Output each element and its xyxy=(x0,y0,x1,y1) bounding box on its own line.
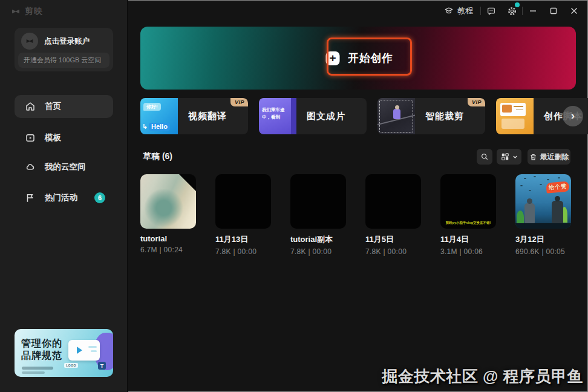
draft-title: 11月13日 xyxy=(215,234,273,245)
plant-decor xyxy=(517,211,524,224)
arrow-glyph: ↳ xyxy=(142,123,148,131)
chevron-right-icon: › xyxy=(571,109,575,122)
draft-thumbnail[interactable]: 剪映py小助手vlog交换这不错! xyxy=(440,174,496,229)
tutorial-label: 教程 xyxy=(457,5,473,16)
titlebar-controls: 教程 xyxy=(437,0,584,22)
sidebar-item-label: 首页 xyxy=(45,101,61,112)
draft-title: tutorial副本 xyxy=(290,234,348,245)
sidebar-item-hot-events[interactable]: 热门活动 6 xyxy=(15,186,113,209)
draft-thumbnail[interactable] xyxy=(215,174,271,229)
tutorial-button[interactable]: 教程 xyxy=(437,5,480,16)
events-count-badge: 6 xyxy=(94,192,105,203)
sidebar: 剪映 点击登录账户 开通会员得 100GB 云空间 首页 模板 xyxy=(0,0,128,392)
banner-title: 管理你的 品牌规范 xyxy=(21,338,62,362)
draft-title: 3月12日 xyxy=(515,234,573,245)
draft-item[interactable]: 给个赞 3月12日 690.6K | 00:05 xyxy=(515,174,573,256)
sidebar-item-cloud-space[interactable]: 我的云空间 xyxy=(15,155,113,178)
draft-thumbnail[interactable] xyxy=(365,174,421,229)
speech-bubble: 你好! xyxy=(143,103,161,111)
drafts-header: 草稿 (6) xyxy=(143,151,172,162)
banner-line-decor xyxy=(88,346,97,348)
recently-deleted-label: 最近删除 xyxy=(540,152,569,162)
person-silhouette xyxy=(524,203,535,223)
close-button[interactable] xyxy=(564,0,584,22)
draft-meta: 7.8K | 00:00 xyxy=(365,247,423,256)
membership-promo[interactable]: 开通会员得 100GB 云空间 xyxy=(18,53,109,68)
app-logo: 剪映 xyxy=(11,6,43,17)
draft-thumbnail[interactable] xyxy=(290,174,346,229)
cloud-icon xyxy=(25,162,36,172)
graduation-cap-icon xyxy=(444,6,454,16)
draft-thumbnail[interactable]: 给个赞 xyxy=(515,174,571,229)
feature-label: 智能裁剪 xyxy=(425,111,464,122)
search-button[interactable] xyxy=(477,149,492,165)
sidebar-item-home[interactable]: 首页 xyxy=(15,95,113,118)
skater-figure xyxy=(393,109,400,119)
feature-card-text-to-video[interactable]: 我们乘车途中，看到 图文成片 xyxy=(259,98,367,134)
draft-item[interactable]: 11月13日 7.8K | 00:00 xyxy=(215,174,273,256)
draft-meta: 6.7M | 00:24 xyxy=(140,246,198,254)
feature-label: 图文成片 xyxy=(307,111,345,122)
document-decor xyxy=(501,119,524,129)
maximize-button[interactable] xyxy=(543,0,564,22)
notification-dot xyxy=(515,2,520,7)
draft-meta: 7.8K | 00:00 xyxy=(290,247,348,256)
draft-title: 11月4日 xyxy=(440,234,498,245)
template-icon xyxy=(25,132,36,143)
fish-decor xyxy=(515,174,518,175)
play-icon xyxy=(77,347,82,354)
feedback-button[interactable] xyxy=(481,0,501,22)
thumbnail-caption: 我们乘车途中，看到 xyxy=(262,106,290,120)
sidebar-item-label: 模板 xyxy=(45,132,61,143)
search-icon xyxy=(480,152,489,161)
smart-crop-thumbnail xyxy=(377,98,415,134)
highlight-annotation-box xyxy=(327,38,412,76)
home-icon xyxy=(25,101,36,112)
login-label: 点击登录账户 xyxy=(44,36,90,47)
chevron-down-icon xyxy=(512,154,518,160)
watermark: 掘金技术社区 @ 程序员甲鱼 xyxy=(382,366,583,387)
sidebar-item-templates[interactable]: 模板 xyxy=(15,126,113,149)
brand-promo-banner[interactable]: LOGO T 管理你的 品牌规范 xyxy=(15,329,113,377)
banner-player-illustration xyxy=(68,340,100,361)
carousel-next-button[interactable]: › xyxy=(563,106,583,126)
settings-button[interactable] xyxy=(501,0,522,22)
flag-icon xyxy=(25,192,36,203)
document-decor xyxy=(500,103,526,116)
video-translate-thumbnail: 你好! ↳ Hello xyxy=(140,98,178,134)
draft-thumbnail[interactable] xyxy=(140,174,196,229)
view-mode-button[interactable] xyxy=(497,149,521,165)
text-tool-chip: T xyxy=(98,362,106,370)
feature-card-smart-crop[interactable]: 智能裁剪 VIP xyxy=(377,98,485,134)
banner-subtext-decor xyxy=(22,367,53,370)
grid-view-icon xyxy=(501,152,509,161)
recently-deleted-button[interactable]: 最近删除 xyxy=(528,149,570,165)
app-window: 剪映 点击登录账户 开通会员得 100GB 云空间 首页 模板 xyxy=(0,0,588,392)
draft-title: 11月5日 xyxy=(365,234,423,245)
subtitle-caption: 剪映py小助手vlog交换这不错! xyxy=(443,220,494,225)
draft-item[interactable]: tutorial副本 7.8K | 00:00 xyxy=(290,174,348,256)
logo-tag: LOGO xyxy=(64,363,78,368)
avatar xyxy=(21,33,38,50)
draft-meta: 690.6K | 00:05 xyxy=(515,247,573,256)
draft-item[interactable]: tutorial 6.7M | 00:24 xyxy=(140,174,198,254)
draft-item[interactable]: 11月5日 7.8K | 00:00 xyxy=(365,174,423,256)
capcut-logo-icon xyxy=(11,7,21,16)
text-to-video-thumbnail: 我们乘车途中，看到 xyxy=(259,98,296,134)
draft-meta: 7.8K | 00:00 xyxy=(215,247,273,256)
login-card[interactable]: 点击登录账户 开通会员得 100GB 云空间 xyxy=(15,28,113,71)
app-title: 剪映 xyxy=(25,6,43,17)
floor-decor xyxy=(515,223,571,229)
vip-badge: VIP xyxy=(468,98,485,106)
speech-bubble: 给个赞 xyxy=(546,181,569,193)
trash-icon xyxy=(529,153,537,161)
draft-title: tutorial xyxy=(140,234,198,243)
vip-badge: VIP xyxy=(230,98,248,106)
feature-card-video-translate[interactable]: 你好! ↳ Hello 视频翻译 VIP xyxy=(140,98,248,134)
minimize-button[interactable] xyxy=(523,0,543,22)
draft-item[interactable]: 剪映py小助手vlog交换这不错! 11月4日 3.1M | 00:06 xyxy=(440,174,498,256)
person-silhouette xyxy=(552,201,563,223)
banner-line-decor xyxy=(91,350,97,352)
feature-label: 视频翻译 xyxy=(188,111,227,122)
banner-subtext-decor xyxy=(22,371,45,374)
